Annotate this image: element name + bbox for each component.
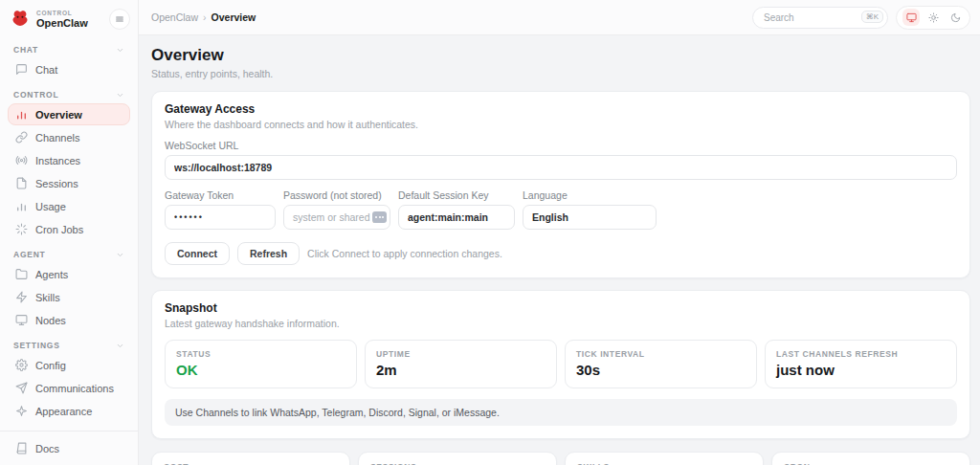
loader-icon <box>15 223 28 235</box>
section-label: CONTROL <box>13 90 58 100</box>
monitor-icon <box>906 12 917 23</box>
status-tile: STATUS OK <box>165 340 357 388</box>
app-root: CONTROL OpenClaw CHAT Chat CONTROL <box>0 0 980 465</box>
skills-card: SKILLS 52/52 52 active <box>565 452 764 465</box>
sidebar-item-label: Sessions <box>35 178 78 189</box>
language-label: Language <box>523 189 657 201</box>
card-title: Snapshot <box>165 301 957 315</box>
sidebar-nav: CHAT Chat CONTROL Overview Channels <box>0 36 138 431</box>
zap-icon <box>15 291 28 303</box>
sidebar-item-label: Cron Jobs <box>35 224 83 235</box>
sidebar-item-label: Instances <box>35 155 80 166</box>
tile-label: STATUS <box>176 349 345 359</box>
theme-dark-button[interactable] <box>947 9 964 26</box>
gateway-token-input[interactable] <box>165 205 276 230</box>
search-box: ⌘K <box>752 7 888 29</box>
section-label: AGENT <box>13 250 46 259</box>
websocket-url-input[interactable] <box>165 155 957 180</box>
card-subtitle: Latest gateway handshake information. <box>165 318 957 329</box>
connect-hint: Click Connect to apply connection change… <box>307 248 502 259</box>
sidebar-section-control[interactable]: CONTROL <box>8 81 130 102</box>
breadcrumb-separator: › <box>203 11 207 23</box>
sidebar-item-skills[interactable]: Skills <box>8 286 130 308</box>
menu-icon <box>115 14 124 24</box>
theme-switcher <box>896 6 970 30</box>
gear-icon <box>15 359 28 371</box>
language-input[interactable] <box>523 205 657 230</box>
tick-interval-tile: TICK INTERVAL 30s <box>565 340 757 388</box>
sidebar-item-overview[interactable]: Overview <box>8 103 130 125</box>
breadcrumb: OpenClaw › Overview <box>151 11 256 23</box>
tile-label: TICK INTERVAL <box>576 349 746 359</box>
sidebar-item-nodes[interactable]: Nodes <box>8 309 130 331</box>
section-label: CHAT <box>13 45 38 55</box>
theme-system-button[interactable] <box>902 9 920 26</box>
breadcrumb-current: Overview <box>212 11 256 23</box>
password-autofill-icon[interactable] <box>372 211 387 223</box>
theme-light-button[interactable] <box>924 9 942 26</box>
card-subtitle: Where the dashboard connects and how it … <box>165 119 957 130</box>
chevron-down-icon <box>116 46 124 55</box>
chat-bubble-icon <box>15 63 28 76</box>
sidebar-item-communications[interactable]: Communications <box>8 377 130 399</box>
password-label: Password (not stored) <box>283 189 390 201</box>
sidebar-section-settings[interactable]: SETTINGS <box>8 332 130 353</box>
sidebar-item-label: Communications <box>35 383 114 394</box>
sidebar-item-sessions[interactable]: Sessions <box>8 172 130 194</box>
sidebar-item-agents[interactable]: Agents <box>8 263 130 285</box>
sidebar-header: CONTROL OpenClaw <box>0 0 138 36</box>
session-key-label: Default Session Key <box>398 189 515 201</box>
connect-button[interactable]: Connect <box>165 242 230 265</box>
cost-card: COST $0.00 35k tokens · 5 msgs <box>151 452 350 465</box>
main-content: Overview Status, entry points, health. G… <box>139 35 980 465</box>
sessions-card: SESSIONS 1 Recent session keys tracked b… <box>358 452 557 465</box>
bar-chart-icon <box>15 108 28 121</box>
search-shortcut-badge: ⌘K <box>861 11 883 23</box>
book-icon <box>15 442 28 454</box>
sidebar-item-instances[interactable]: Instances <box>8 149 130 171</box>
tile-label: LAST CHANNELS REFRESH <box>776 349 946 359</box>
sidebar-item-channels[interactable]: Channels <box>8 126 130 148</box>
sidebar-item-config[interactable]: Config <box>8 354 130 376</box>
stats-row: COST $0.00 35k tokens · 5 msgs SESSIONS … <box>151 452 970 465</box>
session-key-input[interactable] <box>398 205 515 230</box>
section-label: SETTINGS <box>13 341 60 350</box>
chevron-down-icon <box>116 342 124 350</box>
bar-chart-icon <box>15 200 28 212</box>
status-value: OK <box>176 362 345 378</box>
page-title: Overview <box>151 46 970 65</box>
sidebar-toggle-button[interactable] <box>109 9 130 30</box>
sidebar-item-label: Docs <box>35 443 59 454</box>
brand-kicker: CONTROL <box>36 10 103 16</box>
sidebar-item-cron-jobs[interactable]: Cron Jobs <box>8 218 130 240</box>
sidebar-item-appearance[interactable]: Appearance <box>8 400 130 422</box>
refresh-button[interactable]: Refresh <box>237 242 300 265</box>
snapshot-tiles: STATUS OK UPTIME 2m TICK INTERVAL 30s LA… <box>165 340 957 388</box>
card-title: Gateway Access <box>165 102 957 116</box>
breadcrumb-parent[interactable]: OpenClaw <box>151 11 198 23</box>
sidebar-section-chat[interactable]: CHAT <box>8 36 130 57</box>
uptime-value: 2m <box>376 362 546 378</box>
file-icon <box>15 177 28 189</box>
sidebar: CONTROL OpenClaw CHAT Chat CONTROL <box>0 0 139 465</box>
sidebar-item-usage[interactable]: Usage <box>8 195 130 217</box>
brand-name: OpenClaw <box>36 17 103 29</box>
tick-interval-value: 30s <box>576 362 746 378</box>
cron-card: CRON 0 jobs <box>771 452 970 465</box>
websocket-url-label: WebSocket URL <box>165 140 957 151</box>
sidebar-item-label: Appearance <box>35 406 92 417</box>
sidebar-item-label: Chat <box>35 64 57 76</box>
topbar: OpenClaw › Overview ⌘K <box>139 0 980 35</box>
main-column: OpenClaw › Overview ⌘K <box>139 0 980 465</box>
sun-icon <box>928 12 939 23</box>
send-icon <box>15 382 28 394</box>
uptime-tile: UPTIME 2m <box>365 340 557 388</box>
topbar-right: ⌘K <box>752 6 970 30</box>
sidebar-section-agent[interactable]: AGENT <box>8 241 130 262</box>
sidebar-item-label: Config <box>35 360 66 371</box>
sidebar-item-label: Skills <box>35 292 60 303</box>
channels-note: Use Channels to link WhatsApp, Telegram,… <box>165 399 957 426</box>
sidebar-item-chat[interactable]: Chat <box>8 58 130 80</box>
moon-icon <box>950 12 961 23</box>
sidebar-item-docs[interactable]: Docs <box>8 437 130 459</box>
